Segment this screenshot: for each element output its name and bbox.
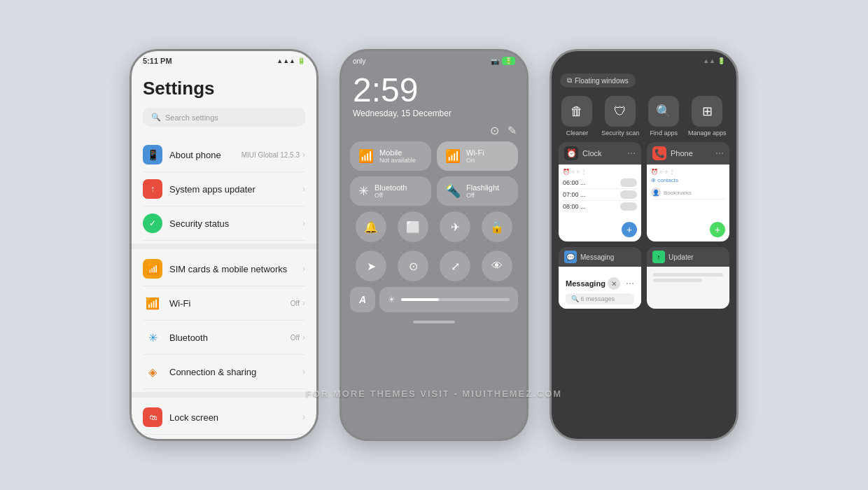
cc-grid: 📶 Mobile Not available 📶 Wi-Fi On ✳ Blue… bbox=[342, 141, 526, 206]
app-card-messaging[interactable]: 💬 Messaging Messaging ✕ ⋯ 🔍 6 bbox=[559, 247, 641, 309]
cc-btn-lock[interactable]: 🔒 bbox=[482, 211, 512, 242]
brightness-icon: ☀ bbox=[388, 295, 396, 304]
wifi-cc-icon: 📶 bbox=[445, 148, 461, 164]
connection-icon: ◈ bbox=[143, 362, 162, 382]
security-arrow: › bbox=[302, 218, 305, 228]
settings-item-lockscreen[interactable]: 🛍 Lock screen › bbox=[143, 400, 305, 435]
about-icon: 📱 bbox=[143, 145, 162, 164]
clock-app-icon: ⏰ bbox=[564, 146, 578, 160]
cc-time: 2:59 bbox=[353, 74, 515, 107]
about-label: About phone bbox=[169, 150, 241, 160]
separator-1 bbox=[132, 244, 316, 249]
status-icons-1: ▲▲▲ 🔋 bbox=[276, 57, 305, 64]
lockscreen-arrow: › bbox=[302, 412, 305, 422]
cc-btn-airplane[interactable]: ✈ bbox=[440, 211, 470, 242]
connection-label: Connection & sharing bbox=[169, 367, 302, 377]
settings-item-security[interactable]: ✓ Security status › bbox=[143, 206, 305, 241]
settings-item-bluetooth[interactable]: ✳ Bluetooth Off › bbox=[143, 321, 305, 355]
msg-title: Messaging bbox=[566, 279, 606, 288]
app-card-updater[interactable]: ↑ Updater bbox=[647, 247, 729, 309]
settings-title: Settings bbox=[143, 78, 305, 99]
cc-btn-screen[interactable]: ⬜ bbox=[398, 211, 428, 242]
connection-arrow: › bbox=[302, 367, 305, 377]
qa-cleaner[interactable]: 🗑 Cleaner bbox=[561, 96, 592, 136]
settings-item-sim[interactable]: 📶 SIM cards & mobile networks › bbox=[143, 252, 305, 286]
updater-icon: ↑ bbox=[143, 179, 162, 199]
qa-security[interactable]: 🛡 Security scan bbox=[601, 96, 639, 136]
status-time-1: 5:11 PM bbox=[143, 57, 172, 65]
updater-preview bbox=[647, 267, 729, 309]
bluetooth-label: Bluetooth bbox=[169, 332, 290, 343]
cc-tile-flashlight[interactable]: 🔦 Flashlight Off bbox=[437, 176, 518, 206]
settings-item-about[interactable]: 📱 About phone MIUI Global 12.5.3 › bbox=[143, 138, 305, 172]
clock-add-btn[interactable]: + bbox=[622, 222, 637, 237]
cc-brightness[interactable]: ☀ bbox=[379, 287, 518, 312]
qa-manageapps[interactable]: ⊞ Manage apps bbox=[688, 96, 727, 136]
sim-icon: 📶 bbox=[143, 259, 162, 279]
settings-item-display[interactable]: ☀ Display › bbox=[143, 435, 305, 441]
cc-btn-bell[interactable]: 🔔 bbox=[356, 211, 386, 242]
about-arrow: › bbox=[302, 150, 305, 160]
find-apps-label: Find apps bbox=[650, 130, 678, 136]
app-card-clock[interactable]: ⏰ Clock ⋯ ⏰ ○ ○ ⋮ 06:00 ... 07:00 ... bbox=[559, 142, 641, 241]
cc-btn-expand[interactable]: ⤢ bbox=[440, 251, 470, 281]
brightness-fill bbox=[401, 298, 439, 301]
separator-2 bbox=[132, 392, 316, 398]
updater-app-icon: ↑ bbox=[652, 251, 665, 263]
wifi-arrow: › bbox=[302, 298, 305, 308]
phone-dots: ⋯ bbox=[715, 148, 724, 158]
qa-findapps[interactable]: 🔍 Find apps bbox=[648, 96, 679, 136]
settings-item-connection[interactable]: ◈ Connection & sharing › bbox=[143, 355, 305, 389]
phone-add-btn[interactable]: + bbox=[710, 222, 725, 237]
msg-close-btn[interactable]: ✕ bbox=[608, 277, 620, 290]
phone-settings: 5:11 PM ▲▲▲ 🔋 Settings 🔍 Search settings… bbox=[130, 49, 318, 441]
updater-label: System apps updater bbox=[169, 184, 302, 195]
bluetooth-arrow: › bbox=[302, 332, 305, 342]
camera-icon[interactable]: ⊙ bbox=[490, 124, 499, 137]
cleaner-label: Cleaner bbox=[566, 130, 589, 136]
msg-header: Messaging ✕ ⋯ bbox=[566, 277, 634, 290]
wifi-label: Wi-Fi bbox=[169, 298, 290, 309]
cc-a-button[interactable]: A bbox=[350, 287, 375, 312]
settings-item-wifi[interactable]: 📶 Wi-Fi Off › bbox=[143, 286, 305, 321]
wifi-icon: 📶 bbox=[143, 293, 162, 313]
cc-tile-wifi[interactable]: 📶 Wi-Fi On bbox=[437, 141, 518, 171]
wifi-sub: Off bbox=[290, 300, 300, 307]
cc-btn-focus[interactable]: ⊙ bbox=[398, 251, 428, 281]
updater-arrow: › bbox=[302, 184, 305, 194]
cc-tile-mobile[interactable]: 📶 Mobile Not available bbox=[350, 141, 431, 171]
msg-options: ⋯ bbox=[626, 279, 634, 288]
floating-icon: ⧉ bbox=[567, 76, 572, 85]
messaging-overlay: Messaging ✕ ⋯ 🔍 6 messages bbox=[559, 272, 641, 309]
app-cards: ⏰ Clock ⋯ ⏰ ○ ○ ⋮ 06:00 ... 07:00 ... bbox=[552, 142, 736, 241]
find-apps-icon: 🔍 bbox=[648, 96, 679, 127]
bluetooth-icon: ✳ bbox=[143, 328, 162, 347]
clock-card-header: ⏰ Clock ⋯ bbox=[559, 142, 641, 164]
brightness-bar bbox=[401, 298, 510, 301]
phone-preview: ⏰ ○ ○ ⋮ ⊕ contacts 👤 Bookmarks + bbox=[647, 164, 729, 241]
cc-btn-eye[interactable]: 👁 bbox=[482, 251, 512, 281]
app-card-phone[interactable]: 📞 Phone ⋯ ⏰ ○ ○ ⋮ ⊕ contacts 👤 Bookmarks… bbox=[647, 142, 729, 241]
settings-item-updater[interactable]: ↑ System apps updater › bbox=[143, 172, 305, 206]
phones-container: 5:11 PM ▲▲▲ 🔋 Settings 🔍 Search settings… bbox=[130, 49, 738, 441]
msg-search[interactable]: 🔍 6 messages bbox=[566, 293, 634, 304]
search-bar[interactable]: 🔍 Search settings bbox=[143, 108, 305, 127]
lockscreen-label: Lock screen bbox=[169, 412, 302, 423]
security-icon: ✓ bbox=[143, 214, 162, 233]
cc-tile-bluetooth[interactable]: ✳ Bluetooth Off bbox=[350, 176, 431, 206]
edit-icon[interactable]: ✎ bbox=[507, 124, 517, 137]
floating-label: Floating windows bbox=[575, 77, 629, 85]
alarm-toggle-1 bbox=[620, 178, 637, 187]
status-bar-2: only 📷 🔋 bbox=[342, 51, 526, 71]
clock-app-name: Clock bbox=[582, 149, 623, 158]
floating-windows-badge[interactable]: ⧉ Floating windows bbox=[560, 74, 636, 88]
cc-btn-nav[interactable]: ➤ bbox=[356, 251, 386, 281]
cc-status-right: 📷 🔋 bbox=[491, 57, 515, 65]
about-sub: MIUI Global 12.5.3 bbox=[241, 151, 300, 159]
messaging-icon: 💬 bbox=[564, 251, 577, 263]
security-scan-label: Security scan bbox=[601, 130, 639, 136]
messaging-name: Messaging bbox=[580, 253, 614, 261]
updater-card-header: ↑ Updater bbox=[647, 247, 729, 267]
cc-date: Wednesday, 15 December bbox=[353, 108, 515, 118]
alarm-toggle-3 bbox=[620, 202, 637, 211]
